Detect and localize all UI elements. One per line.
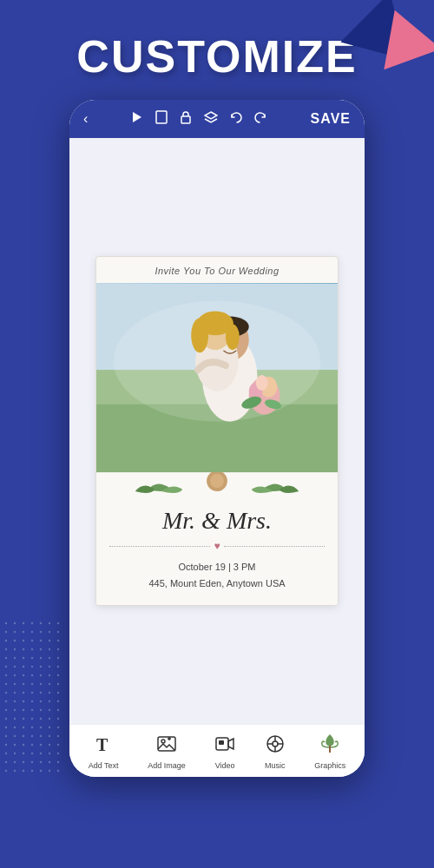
- toolbar-icons-group: [131, 110, 266, 128]
- music-icon: [265, 733, 286, 758]
- event-date: October 19 | 3 PM: [109, 559, 325, 575]
- video-icon: [214, 733, 235, 758]
- phone-mockup: ‹: [69, 100, 365, 777]
- svg-text:T: T: [96, 735, 108, 754]
- add-text-icon: T: [93, 733, 114, 758]
- svg-point-17: [226, 325, 240, 351]
- svg-rect-1: [4, 621, 65, 778]
- svg-point-21: [256, 375, 268, 391]
- couple-name: Mr. & Mrs.: [109, 507, 325, 535]
- music-label: Music: [265, 761, 286, 770]
- left-dot-line: [109, 546, 210, 547]
- frame-icon[interactable]: [155, 110, 168, 128]
- svg-rect-3: [156, 111, 167, 123]
- event-location: 445, Mount Eden, Anytown USA: [109, 575, 325, 592]
- page-title: CUSTOMIZE: [76, 30, 357, 82]
- svg-point-29: [161, 740, 165, 743]
- redo-icon[interactable]: [254, 111, 266, 127]
- dotted-divider: ♥: [109, 540, 325, 552]
- graphics-label: Graphics: [314, 761, 345, 770]
- leaf-separator: [96, 474, 338, 500]
- dot-pattern: [4, 621, 65, 781]
- right-dot-line: [224, 546, 325, 547]
- wedding-card[interactable]: Invite You To Our Wedding: [95, 256, 339, 605]
- svg-point-33: [273, 741, 278, 746]
- graphics-icon: [319, 733, 340, 758]
- card-photo-area[interactable]: [96, 283, 338, 474]
- lock-icon[interactable]: [180, 110, 192, 128]
- svg-marker-2: [133, 112, 141, 122]
- svg-rect-4: [181, 116, 190, 123]
- card-body: Mr. & Mrs. ♥ October 19 | 3 PM 445, Moun…: [96, 500, 338, 604]
- add-text-tool[interactable]: T Add Text: [89, 733, 119, 770]
- layers-icon[interactable]: [204, 111, 218, 127]
- editor-toolbar: ‹: [69, 100, 365, 138]
- undo-icon[interactable]: [230, 111, 242, 127]
- bottom-toolbar: T Add Text Add Image: [69, 724, 365, 777]
- svg-marker-5: [205, 112, 217, 119]
- svg-rect-31: [219, 740, 224, 745]
- music-tool[interactable]: Music: [265, 733, 286, 770]
- svg-point-26: [210, 474, 224, 488]
- heart-icon: ♥: [214, 540, 220, 552]
- card-canvas-area: Invite You To Our Wedding: [69, 138, 365, 724]
- back-button[interactable]: ‹: [83, 111, 88, 127]
- triangle-pink-decor: [366, 0, 434, 69]
- play-icon[interactable]: [131, 111, 143, 127]
- card-invite-text: Invite You To Our Wedding: [96, 257, 338, 283]
- save-button[interactable]: SAVE: [311, 111, 351, 127]
- add-image-label: Add Image: [148, 761, 186, 770]
- svg-point-16: [191, 319, 208, 353]
- graphics-tool[interactable]: Graphics: [314, 733, 345, 770]
- add-text-label: Add Text: [89, 761, 119, 770]
- video-tool[interactable]: Video: [214, 733, 235, 770]
- add-image-icon: [156, 733, 177, 758]
- video-label: Video: [215, 761, 235, 770]
- add-image-tool[interactable]: Add Image: [148, 733, 186, 770]
